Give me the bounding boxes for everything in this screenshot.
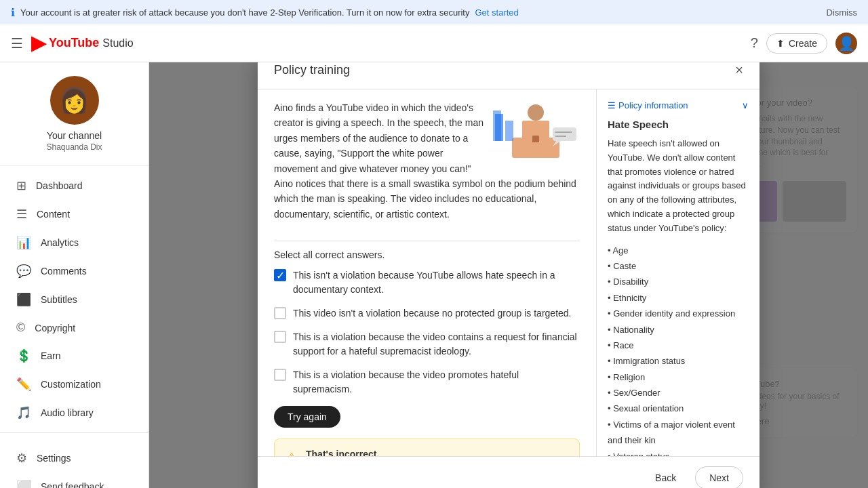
- studio-text: Studio: [102, 37, 133, 49]
- policy-info-link[interactable]: ☰ Policy information ∨: [608, 100, 749, 110]
- svg-point-2: [528, 104, 544, 121]
- content-icon: ☰: [16, 207, 27, 222]
- attr-sexual-orientation: • Sexual orientation: [608, 401, 749, 416]
- sidebar-item-audio-library[interactable]: 🎵 Audio library: [0, 399, 149, 427]
- answer-option-3: This is a violation because the video co…: [274, 330, 580, 359]
- answer-text-3: This is a violation because the video co…: [293, 330, 580, 359]
- attr-religion: • Religion: [608, 369, 749, 385]
- checkbox-4[interactable]: [274, 369, 286, 381]
- dashboard-icon: ⊞: [16, 178, 26, 193]
- earn-icon: 💲: [16, 348, 31, 363]
- attr-caste: • Caste: [608, 258, 749, 274]
- dismiss-button[interactable]: Dismiss: [827, 7, 858, 18]
- error-title: That's incorrect.: [306, 449, 568, 456]
- sidebar-item-feedback[interactable]: ⬜ Send feedback: [0, 472, 149, 488]
- notification-text: Your account is at greater risk of attac…: [20, 7, 469, 18]
- error-content: That's incorrect. It's true that we may …: [306, 449, 568, 456]
- settings-icon: ⚙: [16, 451, 27, 466]
- avatar-img: 👤: [838, 35, 855, 52]
- content-area: ‹ 1 / 2 › thumbnail for your video? out …: [149, 62, 868, 488]
- answer-text-2: This video isn't a violation because no …: [293, 306, 571, 321]
- subtitles-label: Subtitles: [41, 294, 77, 305]
- modal-header: Policy training ×: [258, 62, 760, 89]
- sidebar-item-comments[interactable]: 💬 Comments: [0, 257, 149, 285]
- answer-option-1: ✓ This isn't a violation because YouTube…: [274, 268, 580, 297]
- modal-overlay: Policy training ×: [149, 62, 868, 488]
- attr-victims: • Victims of a major violent event and t…: [608, 417, 749, 449]
- attr-sex-gender: • Sex/Gender: [608, 385, 749, 401]
- scenario-illustration: [492, 100, 580, 161]
- channel-subtitle: Shaquanda Dix: [11, 142, 138, 152]
- channel-name: Your channel: [11, 130, 138, 141]
- attr-immigration: • Immigration status: [608, 353, 749, 369]
- answer-option-4: This is a violation because the video pr…: [274, 368, 580, 396]
- answer-text-4: This is a violation because the video pr…: [293, 368, 580, 396]
- audio-label: Audio library: [41, 407, 94, 418]
- modal-footer: Back Next: [258, 456, 760, 488]
- chevron-icon: ∨: [742, 100, 749, 110]
- attr-ethnicity: • Ethnicity: [608, 290, 749, 306]
- sidebar-item-settings[interactable]: ⚙ Settings: [0, 444, 149, 472]
- yt-text: YouTube: [49, 36, 102, 49]
- policy-body: Hate speech isn't allowed on YouTube. We…: [608, 137, 749, 236]
- sidebar-item-copyright[interactable]: © Copyright: [0, 314, 149, 342]
- policy-section-title: Hate Speech: [608, 119, 749, 130]
- question-label: Select all correct answers.: [274, 249, 580, 260]
- checkbox-2[interactable]: [274, 307, 286, 319]
- header: ☰ ▶ YouTube Studio ? ⬆ Create 👤: [0, 24, 868, 62]
- modal-body: Aino finds a YouTube video in which the …: [258, 89, 760, 456]
- sidebar-item-content[interactable]: ☰ Content: [0, 200, 149, 228]
- analytics-label: Analytics: [41, 237, 79, 248]
- user-avatar[interactable]: 👤: [835, 33, 857, 54]
- modal-title: Policy training: [274, 63, 350, 77]
- sidebar-item-earn[interactable]: 💲 Earn: [0, 342, 149, 370]
- try-again-button[interactable]: Try again: [274, 406, 340, 428]
- sidebar-item-dashboard[interactable]: ⊞ Dashboard: [0, 171, 149, 200]
- next-button[interactable]: Next: [695, 466, 743, 488]
- sidebar-item-customization[interactable]: ✏️ Customization: [0, 370, 149, 399]
- sidebar: 👩 Your channel Shaquanda Dix ⊞ Dashboard…: [0, 62, 149, 488]
- policy-attributes-list: • Age • Caste • Disability • Ethnicity •…: [608, 243, 749, 456]
- policy-link-icon: ☰: [608, 100, 616, 110]
- header-left: ☰ ▶ YouTube Studio: [11, 32, 134, 54]
- attr-age: • Age: [608, 243, 749, 258]
- svg-rect-7: [553, 127, 576, 141]
- dashboard-label: Dashboard: [36, 180, 83, 191]
- sidebar-nav: ⊞ Dashboard ☰ Content 📊 Analytics 💬 Comm…: [0, 166, 149, 432]
- back-button[interactable]: Back: [644, 466, 687, 488]
- customization-label: Customization: [41, 379, 101, 390]
- attr-nationality: • Nationality: [608, 322, 749, 338]
- error-feedback: ⚠ That's incorrect. It's true that we ma…: [274, 439, 580, 456]
- attr-disability: • Disability: [608, 274, 749, 289]
- sidebar-channel: 👩 Your channel Shaquanda Dix: [0, 62, 149, 166]
- comments-label: Comments: [41, 266, 87, 277]
- feedback-icon: ⬜: [16, 479, 31, 488]
- answer-option-2: This video isn't a violation because no …: [274, 306, 580, 321]
- menu-button[interactable]: ☰: [11, 35, 23, 52]
- settings-label: Settings: [37, 453, 71, 464]
- feedback-label: Send feedback: [41, 481, 104, 488]
- upload-icon: ⬆: [776, 38, 785, 49]
- header-right: ? ⬆ Create 👤: [751, 33, 857, 54]
- create-button[interactable]: ⬆ Create: [766, 33, 827, 54]
- help-button[interactable]: ?: [751, 35, 758, 51]
- youtube-icon: ▶: [31, 32, 46, 54]
- main-layout: 👩 Your channel Shaquanda Dix ⊞ Dashboard…: [0, 62, 868, 488]
- checkbox-3[interactable]: [274, 331, 286, 343]
- illustration-svg: [492, 100, 580, 161]
- sidebar-item-analytics[interactable]: 📊 Analytics: [0, 228, 149, 257]
- modal-right-panel: ☰ Policy information ∨ Hate Speech Hate …: [597, 89, 760, 456]
- studio-label: YouTube Studio: [49, 36, 134, 50]
- youtube-logo[interactable]: ▶ YouTube Studio: [31, 32, 134, 54]
- modal-close-button[interactable]: ×: [735, 62, 743, 78]
- get-started-link[interactable]: Get started: [475, 7, 518, 18]
- policy-link-text: Policy information: [618, 100, 688, 110]
- policy-intro: Hate speech isn't allowed on YouTube. We…: [608, 137, 749, 236]
- sidebar-item-subtitles[interactable]: ⬛ Subtitles: [0, 285, 149, 314]
- info-icon: ℹ: [11, 6, 15, 19]
- divider: [274, 241, 580, 241]
- create-label: Create: [789, 38, 817, 49]
- checkbox-1[interactable]: ✓: [274, 269, 286, 281]
- svg-rect-6: [493, 110, 501, 141]
- answer-text-1: This isn't a violation because YouTube a…: [293, 268, 580, 297]
